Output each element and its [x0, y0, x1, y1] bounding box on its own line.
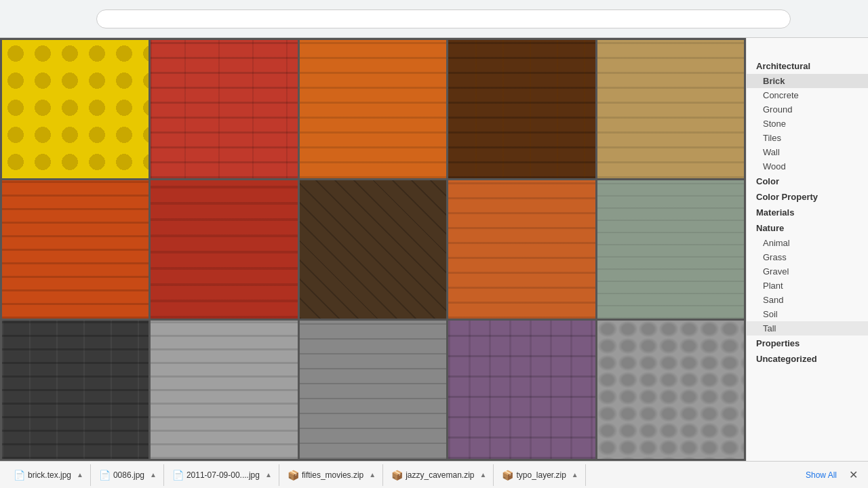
sidebar-subcategory-plant[interactable]: Plant — [747, 279, 868, 293]
sidebar-subcategory-concrete[interactable]: Concrete — [747, 88, 868, 102]
sidebar-subcategory-gravel[interactable]: Gravel — [747, 264, 868, 279]
texture-item[interactable] — [151, 180, 297, 319]
refresh-button[interactable] — [50, 9, 69, 28]
texture-item[interactable] — [597, 40, 744, 178]
page-wrapper: ArchitecturalBrickConcreteGroundStoneTil… — [0, 0, 868, 488]
forward-button[interactable] — [28, 9, 47, 28]
texture-item[interactable] — [2, 321, 149, 459]
download-filename: fifties_movies.zip — [302, 470, 363, 480]
download-file-icon: 📦 — [502, 470, 513, 481]
download-file-icon: 📦 — [288, 470, 299, 481]
account-button[interactable] — [819, 9, 838, 28]
address-bar[interactable] — [96, 9, 791, 28]
texture-item[interactable] — [151, 321, 297, 459]
browser-actions — [796, 9, 861, 28]
sidebar-title — [747, 45, 868, 58]
sidebar-subcategory-soil[interactable]: Soil — [747, 307, 868, 321]
download-filename: brick.tex.jpg — [28, 470, 71, 480]
menu-button[interactable] — [842, 9, 861, 28]
texture-item[interactable] — [448, 321, 595, 459]
sidebar-subcategory-wood[interactable]: Wood — [747, 159, 868, 174]
sidebar-category-color-property[interactable]: Color Property — [747, 189, 868, 205]
download-file-icon: 📦 — [391, 470, 403, 481]
sidebar-subcategory-animal[interactable]: Animal — [747, 236, 868, 250]
texture-item[interactable] — [300, 40, 446, 178]
sidebar-subcategory-tiles[interactable]: Tiles — [747, 131, 868, 145]
download-filename: jazzy_caveman.zip — [406, 470, 474, 480]
sidebar-subcategory-ground[interactable]: Ground — [747, 102, 868, 117]
download-chevron-icon: ▲ — [480, 471, 487, 479]
download-item-2011-07-09-00----jpg[interactable]: 📄 2011-07-09-00....jpg ▲ — [165, 464, 279, 486]
sidebar-category-uncategorized[interactable]: Uncategorized — [747, 351, 868, 367]
sidebar-category-nature[interactable]: Nature — [747, 220, 868, 236]
download-chevron-icon: ▲ — [369, 471, 376, 479]
sidebar: ArchitecturalBrickConcreteGroundStoneTil… — [746, 38, 868, 461]
back-button[interactable] — [7, 9, 26, 28]
close-downloads-button[interactable]: ✕ — [845, 467, 861, 483]
texture-item[interactable] — [2, 180, 149, 319]
sidebar-category-materials[interactable]: Materials — [747, 205, 868, 220]
sidebar-subcategory-stone[interactable]: Stone — [747, 117, 868, 131]
texture-item[interactable] — [597, 321, 744, 459]
sidebar-subcategory-grass[interactable]: Grass — [747, 250, 868, 264]
sidebar-category-color[interactable]: Color — [747, 174, 868, 189]
download-item-jazzy-caveman-zip[interactable]: 📦 jazzy_caveman.zip ▲ — [384, 464, 494, 486]
download-item-0086-jpg[interactable]: 📄 0086.jpg ▲ — [92, 464, 164, 486]
download-chevron-icon: ▲ — [265, 471, 272, 479]
download-file-icon: 📄 — [99, 470, 111, 481]
download-filename: typo_layer.zip — [516, 470, 566, 480]
download-item-fifties-movies-zip[interactable]: 📦 fifties_movies.zip ▲ — [281, 464, 383, 486]
browser-chrome — [0, 0, 868, 38]
download-chevron-icon: ▲ — [572, 471, 578, 479]
texture-item[interactable] — [448, 40, 595, 178]
show-all-button[interactable]: Show All — [799, 468, 844, 483]
home-button[interactable] — [72, 9, 91, 28]
nav-buttons — [7, 9, 91, 28]
sidebar-subcategory-tall[interactable]: Tall — [747, 321, 868, 336]
texture-item[interactable] — [597, 180, 744, 319]
download-bar: 📄 brick.tex.jpg ▲ 📄 0086.jpg ▲ 📄 2011-07… — [0, 461, 868, 488]
sidebar-category-properties[interactable]: Properties — [747, 336, 868, 351]
download-file-icon: 📄 — [172, 470, 184, 481]
download-chevron-icon: ▲ — [150, 471, 157, 479]
download-item-brick-tex-jpg[interactable]: 📄 brick.tex.jpg ▲ — [7, 464, 91, 486]
texture-item[interactable] — [151, 40, 297, 178]
texture-grid — [0, 38, 746, 461]
download-chevron-icon: ▲ — [77, 471, 83, 479]
texture-item[interactable] — [300, 180, 446, 319]
sidebar-subcategory-sand[interactable]: Sand — [747, 293, 868, 307]
bookmark-button[interactable] — [796, 9, 815, 28]
content-area: ArchitecturalBrickConcreteGroundStoneTil… — [0, 38, 868, 461]
texture-item[interactable] — [2, 40, 149, 178]
sidebar-category-architectural[interactable]: Architectural — [747, 58, 868, 74]
download-filename: 0086.jpg — [113, 470, 144, 480]
sidebar-subcategory-brick[interactable]: Brick — [747, 74, 868, 88]
download-file-icon: 📄 — [14, 470, 25, 481]
download-item-typo-layer-zip[interactable]: 📦 typo_layer.zip ▲ — [495, 464, 585, 486]
download-filename: 2011-07-09-00....jpg — [186, 470, 260, 480]
texture-item[interactable] — [448, 180, 595, 319]
texture-item[interactable] — [300, 321, 446, 459]
sidebar-subcategory-wall[interactable]: Wall — [747, 145, 868, 159]
